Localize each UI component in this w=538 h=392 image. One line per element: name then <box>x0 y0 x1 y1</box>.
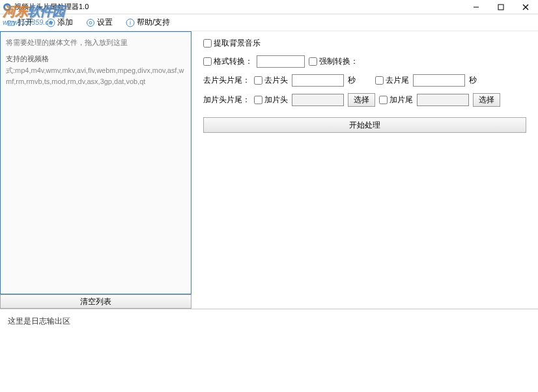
plus-icon <box>46 18 55 27</box>
app-icon <box>3 3 12 12</box>
add-tail-input[interactable] <box>417 94 469 106</box>
window-title: 视频片头片尾处理器1.0 <box>14 2 89 12</box>
clear-list-button[interactable]: 清空列表 <box>0 294 191 309</box>
add-tail-select-button[interactable]: 选择 <box>473 93 500 107</box>
svg-point-10 <box>89 21 92 24</box>
toolbar-open[interactable]: 打开 <box>4 16 36 29</box>
add-label: 加片头片尾： <box>203 94 250 105</box>
minimize-button[interactable] <box>464 0 488 14</box>
trim-head-label: 去片头 <box>264 75 288 86</box>
add-head-input[interactable] <box>292 94 344 106</box>
log-placeholder: 这里是日志输出区 <box>8 316 70 326</box>
svg-point-9 <box>87 19 94 26</box>
titlebar: 视频片头片尾处理器1.0 <box>0 0 538 14</box>
force-convert-checkbox[interactable]: 强制转换： <box>309 56 358 67</box>
toolbar-settings-label: 设置 <box>97 17 113 28</box>
formats-title: 支持的视频格 <box>6 53 186 64</box>
file-drop-panel[interactable]: 将需要处理的媒体文件，拖入放到这里 支持的视频格 式:mp4,m4v,wmv,m… <box>0 31 191 294</box>
options-panel: 提取背景音乐 格式转换： 强制转换： 去片头片尾： 去片头 秒 <box>191 31 538 294</box>
trim-head-checkbox[interactable]: 去片头 <box>254 75 288 86</box>
svg-text:i: i <box>130 20 131 26</box>
window-controls <box>464 0 538 14</box>
open-icon <box>7 18 16 27</box>
log-output-area: 这里是日志输出区 <box>0 309 538 392</box>
add-tail-checkbox[interactable]: 加片尾 <box>379 94 413 105</box>
trim-tail-unit: 秒 <box>469 75 477 86</box>
file-drop-body: 将需要处理的媒体文件，拖入放到这里 支持的视频格 式:mp4,m4v,wmv,m… <box>1 32 191 92</box>
toolbar: 打开 添加 设置 i 帮助/支持 <box>0 14 538 31</box>
toolbar-help[interactable]: i 帮助/支持 <box>123 16 173 29</box>
extract-bgm-label: 提取背景音乐 <box>214 38 261 49</box>
main-area: 将需要处理的媒体文件，拖入放到这里 支持的视频格 式:mp4,m4v,wmv,m… <box>0 31 538 294</box>
format-convert-input[interactable] <box>257 55 305 68</box>
svg-rect-3 <box>498 5 503 10</box>
add-head-select-button[interactable]: 选择 <box>348 93 375 107</box>
start-processing-button[interactable]: 开始处理 <box>203 117 526 133</box>
add-head-checkbox[interactable]: 加片头 <box>254 94 288 105</box>
maximize-button[interactable] <box>488 0 513 14</box>
toolbar-help-label: 帮助/支持 <box>137 17 170 28</box>
close-button[interactable] <box>513 0 538 14</box>
drag-hint-text: 将需要处理的媒体文件，拖入放到这里 <box>6 37 186 48</box>
svg-point-1 <box>5 5 9 9</box>
trim-tail-checkbox[interactable]: 去片尾 <box>375 75 409 86</box>
trim-label: 去片头片尾： <box>203 75 250 86</box>
format-convert-label: 格式转换： <box>214 56 253 67</box>
force-convert-label: 强制转换： <box>319 56 358 67</box>
add-head-label: 加片头 <box>264 94 288 105</box>
toolbar-add[interactable]: 添加 <box>44 16 76 29</box>
add-tail-label: 加片尾 <box>389 94 413 105</box>
info-icon: i <box>126 18 135 27</box>
trim-head-input[interactable] <box>292 74 344 87</box>
extract-bgm-checkbox[interactable]: 提取背景音乐 <box>203 38 261 49</box>
toolbar-open-label: 打开 <box>18 17 33 28</box>
toolbar-add-label: 添加 <box>57 17 73 28</box>
toolbar-settings[interactable]: 设置 <box>83 16 115 29</box>
trim-head-unit: 秒 <box>348 75 356 86</box>
gear-icon <box>86 18 95 27</box>
format-convert-checkbox[interactable]: 格式转换： <box>203 56 253 67</box>
formats-list: 式:mp4,m4v,wmv,mkv,avi,flv,webm,mpeg,divx… <box>6 65 186 87</box>
trim-tail-label: 去片尾 <box>386 75 409 86</box>
trim-tail-input[interactable] <box>413 74 465 87</box>
clear-button-wrap: 清空列表 <box>0 294 538 309</box>
